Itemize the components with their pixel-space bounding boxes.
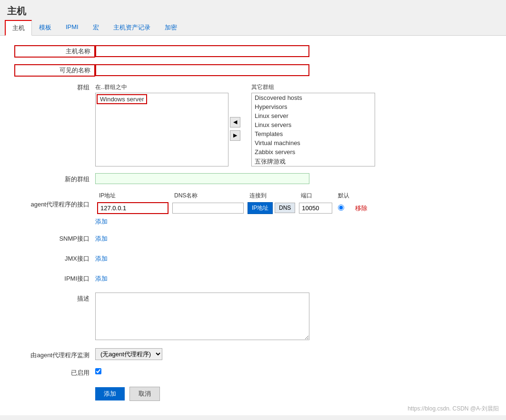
default-radio[interactable]	[338, 205, 344, 211]
add-ipmi-link[interactable]: 添加	[95, 274, 108, 283]
monitored-row: 由agent代理程序监测 (无agent代理程序) 选项2	[14, 348, 492, 360]
action-row: 添加 取消	[14, 387, 492, 401]
col-default: 默认	[334, 191, 353, 201]
groups-label: 群组	[14, 83, 95, 92]
other-group-card-game[interactable]: 五张牌游戏	[252, 156, 375, 166]
ipmi-control: 添加	[95, 273, 108, 283]
visible-name-label: 可见的名称	[14, 64, 95, 77]
groups-in-item-windows[interactable]: Windows server	[97, 94, 147, 104]
desc-textarea[interactable]	[95, 293, 309, 340]
monitored-label: 由agent代理程序监测	[14, 349, 95, 360]
desc-row: 描述	[14, 293, 492, 342]
tab-ipmi[interactable]: IPMI	[59, 20, 86, 36]
snmp-control: 添加	[95, 233, 108, 243]
monitored-select[interactable]: (无agent代理程序) 选项2	[95, 348, 162, 360]
other-group-linux-servers[interactable]: Linux servers	[252, 120, 375, 129]
groups-other-list[interactable]: Discovered hosts Hypervisors Linux serve…	[251, 93, 375, 166]
groups-in-label: 在..群组之中	[95, 83, 228, 91]
interface-table: IP地址 DNS名称 连接到 端口 默认	[95, 191, 369, 215]
add-snmp-link[interactable]: 添加	[95, 234, 108, 243]
new-group-input[interactable]	[95, 173, 309, 184]
connect-ip-btn[interactable]: IP地址	[248, 202, 273, 214]
groups-control: 在..群组之中 Windows server ◀ ▶ 其它群组 Discover…	[95, 83, 375, 166]
other-group-virtual[interactable]: Virtual machines	[252, 138, 375, 147]
agent-interface-label: agent代理程序的接口	[14, 191, 95, 209]
add-jmx-link[interactable]: 添加	[95, 254, 108, 263]
jmx-control: 添加	[95, 253, 108, 263]
new-group-row: 新的群组	[14, 173, 492, 184]
snmp-label: SNMP接口	[14, 233, 95, 243]
add-interface-link[interactable]: 添加	[95, 217, 108, 226]
new-group-label: 新的群组	[14, 173, 95, 184]
tab-template[interactable]: 模板	[32, 20, 59, 36]
cancel-button[interactable]: 取消	[129, 387, 160, 401]
form-container: 主机名称 可见的名称 群组 在..群组之中 Windows server	[0, 36, 506, 415]
other-group-hypervisors[interactable]: Hypervisors	[252, 102, 375, 111]
tab-host[interactable]: 主机	[5, 20, 32, 36]
ip-input[interactable]	[97, 202, 169, 214]
hostname-label: 主机名称	[14, 45, 95, 58]
hostname-input[interactable]	[95, 45, 309, 57]
groups-in-section: 在..群组之中 Windows server	[95, 83, 228, 166]
tab-encrypt[interactable]: 加密	[158, 20, 184, 36]
other-group-templates[interactable]: Templates	[252, 129, 375, 138]
desc-label: 描述	[14, 293, 95, 303]
groups-in-list[interactable]: Windows server	[95, 93, 228, 166]
groups-other-section: 其它群组 Discovered hosts Hypervisors Linux …	[251, 83, 375, 166]
add-button[interactable]: 添加	[95, 387, 125, 400]
watermark: https://blog.csdn. CSDN @A-刘晨阳	[407, 405, 499, 413]
enabled-row: 已启用	[14, 367, 492, 377]
other-group-discovered[interactable]: Discovered hosts	[252, 93, 375, 102]
port-input[interactable]	[299, 203, 332, 214]
snmp-row: SNMP接口 添加	[14, 233, 492, 243]
col-port: 端口	[297, 191, 334, 201]
dns-input[interactable]	[172, 203, 244, 214]
visible-name-input[interactable]	[95, 64, 309, 76]
col-dns: DNS名称	[170, 191, 246, 201]
jmx-label: JMX接口	[14, 253, 95, 263]
move-left-btn[interactable]: ◀	[230, 117, 240, 127]
remove-link[interactable]: 移除	[355, 205, 367, 212]
enabled-label: 已启用	[14, 367, 95, 377]
monitored-control: (无agent代理程序) 选项2	[95, 348, 162, 360]
other-group-zabbix[interactable]: Zabbix servers	[252, 147, 375, 156]
move-right-btn[interactable]: ▶	[230, 130, 240, 141]
page-title: 主机	[0, 0, 506, 20]
groups-row: 群组 在..群组之中 Windows server ◀ ▶ 其它群组 Disco…	[14, 83, 492, 166]
agent-interface-section: agent代理程序的接口 IP地址 DNS名称 连接到 端口 默认	[14, 191, 492, 226]
group-arrows: ◀ ▶	[228, 92, 242, 166]
new-group-control	[95, 173, 309, 184]
ipmi-row: IPMI接口 添加	[14, 273, 492, 283]
hostname-control	[95, 45, 492, 57]
tab-bar: 主机 模板 IPMI 宏 主机资产记录 加密	[0, 20, 506, 36]
enabled-checkbox[interactable]	[95, 368, 101, 374]
agent-interface-row: agent代理程序的接口 IP地址 DNS名称 连接到 端口 默认	[14, 191, 492, 226]
tab-asset[interactable]: 主机资产记录	[106, 20, 158, 36]
tab-macro[interactable]: 宏	[86, 20, 106, 36]
visible-name-control	[95, 64, 492, 76]
enabled-control	[95, 368, 101, 376]
other-group-linux-server[interactable]: Linux server	[252, 111, 375, 120]
ipmi-label: IPMI接口	[14, 273, 95, 283]
col-connect: 连接到	[246, 191, 297, 201]
col-ip: IP地址	[95, 191, 170, 201]
desc-control	[95, 293, 309, 342]
interface-row: IP地址 DNS 移除	[95, 201, 369, 215]
jmx-row: JMX接口 添加	[14, 253, 492, 263]
agent-interface-content: IP地址 DNS名称 连接到 端口 默认	[95, 191, 369, 226]
hostname-row: 主机名称	[14, 45, 492, 58]
groups-other-label: 其它群组	[251, 83, 375, 91]
connect-dns-btn[interactable]: DNS	[275, 203, 295, 213]
visible-name-row: 可见的名称	[14, 64, 492, 77]
